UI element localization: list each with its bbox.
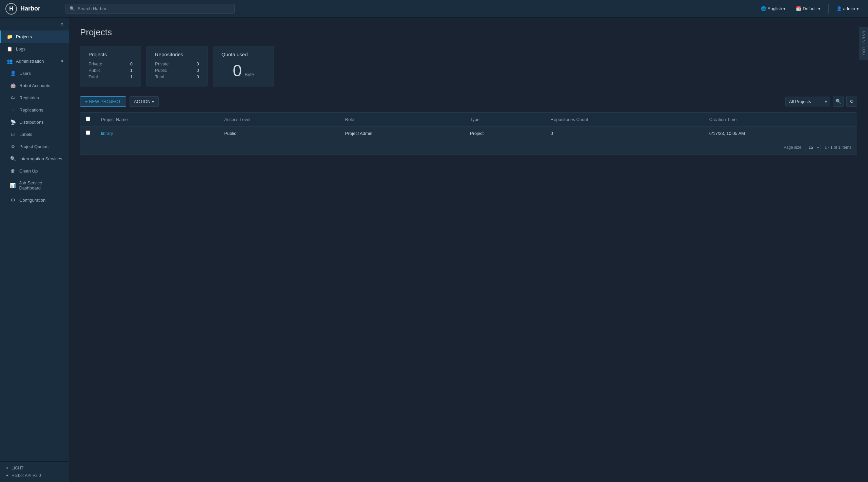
sidebar-config-label: Configuration bbox=[19, 198, 45, 203]
sidebar-item-project-quotas[interactable]: ⚙ Project Quotas bbox=[3, 140, 69, 153]
row-project-name: library bbox=[96, 126, 219, 140]
user-menu[interactable]: 👤 admin ▾ bbox=[833, 4, 863, 13]
main-content: Projects Projects Private 0 Public 1 Tot… bbox=[69, 18, 868, 482]
project-link[interactable]: library bbox=[101, 131, 113, 136]
page-size-select[interactable]: 15 25 50 bbox=[806, 144, 821, 151]
toolbar-right: All Projects Private Projects Public Pro… bbox=[785, 96, 857, 107]
repos-private-label: Private bbox=[155, 61, 169, 66]
sidebar-item-labels[interactable]: 🏷 Labels bbox=[3, 128, 69, 140]
projects-private-value: 0 bbox=[130, 61, 133, 66]
sidebar-labels-label: Labels bbox=[19, 132, 32, 137]
col-creation-time: Creation Time bbox=[704, 113, 857, 126]
quotas-icon: ⚙ bbox=[10, 144, 16, 149]
filter-wrapper: All Projects Private Projects Public Pro… bbox=[785, 97, 830, 106]
language-selector[interactable]: 🌐 English ▾ bbox=[757, 4, 790, 13]
new-project-label: + NEW PROJECT bbox=[85, 99, 121, 104]
cleanup-icon: 🗑 bbox=[10, 168, 16, 174]
pagination: Page size 15 25 50 1 - 1 of 1 items bbox=[80, 140, 857, 155]
search-placeholder: Search Harbor... bbox=[78, 6, 110, 11]
sidebar-item-logs[interactable]: 📋 Logs bbox=[0, 43, 69, 55]
app-name: Harbor bbox=[20, 5, 40, 12]
search-icon: 🔍 bbox=[835, 99, 841, 104]
sidebar-job-label: Job Service Dashboard bbox=[19, 180, 63, 190]
sidebar-collapse-button[interactable]: « bbox=[58, 20, 65, 28]
projects-total-value: 1 bbox=[130, 74, 133, 79]
action-chevron-icon: ▾ bbox=[152, 99, 154, 104]
projects-icon: 📁 bbox=[6, 34, 13, 39]
projects-public-value: 1 bbox=[130, 68, 133, 73]
repos-public-value: 0 bbox=[197, 68, 199, 73]
sidebar-item-cleanup[interactable]: 🗑 Clean Up bbox=[3, 165, 69, 177]
search-icon: 🔍 bbox=[70, 6, 75, 11]
sidebar-light-mode[interactable]: ✦ LIGHT bbox=[5, 466, 63, 470]
select-all-checkbox[interactable] bbox=[86, 117, 90, 121]
sidebar-admin-sub: 👤 Users 🤖 Robot Accounts 🗂 Registries ↔ … bbox=[0, 67, 69, 206]
sidebar-administration-header[interactable]: 👥 Administration ▾ bbox=[0, 55, 69, 67]
sidebar-api-link[interactable]: ✦ Harbor API V2.0 bbox=[5, 473, 63, 478]
sidebar-item-robot-accounts[interactable]: 🤖 Robot Accounts bbox=[3, 79, 69, 92]
sidebar-robot-label: Robot Accounts bbox=[19, 83, 50, 88]
sidebar-item-distributions[interactable]: 📡 Distributions bbox=[3, 116, 69, 128]
labels-icon: 🏷 bbox=[10, 132, 16, 137]
quota-stat-card: Quota used 0 Byte bbox=[213, 46, 274, 86]
quota-card-title: Quota used bbox=[221, 52, 265, 57]
page-title: Projects bbox=[80, 27, 857, 38]
row-checkbox-cell bbox=[80, 126, 96, 140]
registries-icon: 🗂 bbox=[10, 95, 16, 100]
projects-table: Project Name Access Level Role Type Repo bbox=[80, 112, 857, 155]
theme-selector[interactable]: 📅 Default ▾ bbox=[792, 4, 824, 13]
repos-private-row: Private 0 bbox=[155, 61, 199, 66]
light-icon: ✦ bbox=[5, 466, 9, 470]
event-log-tab[interactable]: EVENT LOG bbox=[860, 27, 868, 60]
layout: « 📁 Projects 📋 Logs 👥 Administration ▾ 👤… bbox=[0, 18, 868, 482]
table-body: library Public Project Admin Project 0 6… bbox=[80, 126, 857, 140]
sidebar-item-projects[interactable]: 📁 Projects bbox=[0, 31, 69, 43]
row-access-level: Public bbox=[219, 126, 339, 140]
repos-card-title: Repositories bbox=[155, 52, 199, 57]
sidebar-item-interrogation[interactable]: 🔍 Interrogation Services bbox=[3, 153, 69, 165]
row-checkbox[interactable] bbox=[86, 130, 90, 135]
table-header-row: Project Name Access Level Role Type Repo bbox=[80, 113, 857, 126]
sidebar-distributions-label: Distributions bbox=[19, 120, 44, 125]
user-icon: 👤 bbox=[836, 6, 842, 11]
projects-public-label: Public bbox=[88, 68, 100, 73]
api-label: Harbor API V2.0 bbox=[12, 473, 41, 478]
projects-total-row: Total 1 bbox=[88, 74, 133, 79]
sidebar-item-configuration[interactable]: ⚙ Configuration bbox=[3, 194, 69, 206]
app-logo[interactable]: H Harbor bbox=[5, 3, 60, 15]
col-access-level: Access Level bbox=[219, 113, 339, 126]
sidebar-item-job-service[interactable]: 📊 Job Service Dashboard bbox=[3, 177, 69, 194]
chevron-down-icon-3: ▾ bbox=[856, 6, 859, 11]
theme-label: Default bbox=[803, 6, 816, 11]
sidebar-item-replications[interactable]: ↔ Replications bbox=[3, 104, 69, 116]
logs-icon: 📋 bbox=[6, 46, 13, 52]
chevron-down-icon: ▾ bbox=[783, 6, 786, 11]
table-header: Project Name Access Level Role Type Repo bbox=[80, 113, 857, 126]
projects-total-label: Total bbox=[88, 74, 98, 79]
sidebar-interrogation-label: Interrogation Services bbox=[19, 156, 62, 161]
administration-icon: 👥 bbox=[6, 58, 13, 64]
table: Project Name Access Level Role Type Repo bbox=[80, 113, 857, 140]
sidebar-registries-label: Registries bbox=[19, 95, 39, 100]
calendar-icon: 📅 bbox=[796, 6, 801, 11]
new-project-button[interactable]: + NEW PROJECT bbox=[80, 96, 126, 107]
col-type: Type bbox=[465, 113, 545, 126]
replications-icon: ↔ bbox=[10, 107, 16, 113]
action-button[interactable]: ACTION ▾ bbox=[130, 96, 159, 107]
search-bar[interactable]: 🔍 Search Harbor... bbox=[65, 4, 235, 14]
repos-private-value: 0 bbox=[197, 61, 199, 66]
refresh-button[interactable]: ↻ bbox=[846, 96, 857, 107]
sidebar-collapse-area: « bbox=[0, 18, 69, 31]
interrogation-icon: 🔍 bbox=[10, 156, 16, 161]
search-button[interactable]: 🔍 bbox=[833, 96, 844, 107]
project-filter-select[interactable]: All Projects Private Projects Public Pro… bbox=[785, 97, 830, 106]
sidebar-item-users[interactable]: 👤 Users bbox=[3, 67, 69, 79]
topnav-right: 🌐 English ▾ 📅 Default ▾ 👤 admin ▾ bbox=[757, 4, 863, 14]
sidebar-item-registries[interactable]: 🗂 Registries bbox=[3, 92, 69, 104]
api-icon: ✦ bbox=[5, 473, 9, 478]
sidebar-quotas-label: Project Quotas bbox=[19, 144, 48, 149]
row-role: Project Admin bbox=[340, 126, 465, 140]
projects-toolbar: + NEW PROJECT ACTION ▾ All Projects Priv… bbox=[80, 96, 857, 107]
page-size-label: Page size bbox=[784, 145, 802, 150]
language-label: English bbox=[768, 6, 782, 11]
